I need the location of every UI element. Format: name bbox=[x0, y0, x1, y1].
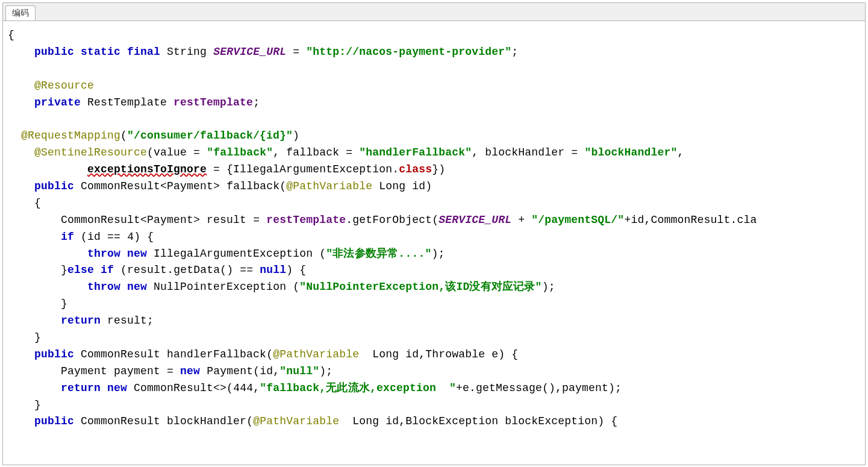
string-literal: "handlerFallback" bbox=[359, 146, 472, 158]
var: payment bbox=[562, 382, 608, 394]
keyword: return bbox=[61, 315, 101, 327]
string-literal: "非法参数异常...." bbox=[326, 248, 431, 260]
type: Payment bbox=[61, 365, 107, 377]
var: result bbox=[107, 315, 147, 327]
type: Long bbox=[372, 348, 399, 360]
type: Payment bbox=[147, 214, 193, 226]
type: CommonResult bbox=[81, 180, 160, 192]
param: blockException bbox=[505, 415, 598, 427]
annotation: @Resource bbox=[34, 80, 94, 92]
type: Payment bbox=[207, 365, 253, 377]
var: e bbox=[463, 382, 469, 394]
annotation: @PathVariable bbox=[286, 180, 372, 192]
var: id bbox=[260, 365, 273, 377]
keyword: throw bbox=[87, 248, 120, 260]
param: id bbox=[412, 180, 425, 192]
param: id bbox=[386, 415, 399, 427]
keyword: null bbox=[260, 264, 286, 276]
field: restTemplate bbox=[266, 214, 346, 226]
var: id bbox=[87, 231, 101, 243]
method: getData bbox=[173, 264, 220, 276]
annotation: @SentinelResource bbox=[34, 146, 147, 158]
attr: fallback bbox=[286, 146, 339, 158]
keyword: final bbox=[127, 46, 160, 58]
number: 4 bbox=[127, 231, 134, 243]
type: Long bbox=[352, 415, 379, 427]
type: IllegalArgumentException bbox=[233, 163, 392, 175]
type: CommonResult bbox=[81, 415, 160, 427]
string-literal: "/consumer/fallback/{id}" bbox=[127, 130, 293, 142]
field: restTemplate bbox=[173, 96, 253, 108]
field: SERVICE_URL bbox=[439, 214, 511, 226]
keyword: public bbox=[34, 46, 74, 58]
method: blockHandler bbox=[167, 415, 246, 427]
keyword: new bbox=[127, 248, 147, 260]
annotation: @PathVariable bbox=[273, 348, 359, 360]
keyword: public bbox=[34, 348, 74, 360]
type: CommonResult bbox=[81, 348, 160, 360]
type: Throwable bbox=[425, 348, 485, 360]
number: 444 bbox=[233, 382, 253, 394]
string-literal: "null" bbox=[279, 365, 319, 377]
text: cla bbox=[737, 214, 757, 226]
param: id bbox=[405, 348, 419, 360]
type: CommonResult bbox=[651, 214, 730, 226]
type: Long bbox=[379, 180, 405, 192]
param: e bbox=[492, 348, 498, 360]
string-literal: "/paymentSQL/" bbox=[531, 214, 624, 226]
keyword: public bbox=[34, 415, 74, 427]
attr-exceptions-to-ignore: exceptionsToIgnore bbox=[87, 163, 207, 175]
type: RestTemplate bbox=[87, 96, 167, 108]
keyword: new bbox=[127, 281, 147, 293]
type: NullPointerException bbox=[154, 281, 286, 293]
annotation: @RequestMapping bbox=[21, 130, 120, 142]
type: IllegalArgumentException bbox=[154, 248, 313, 260]
var: payment bbox=[114, 365, 160, 377]
type: CommonResult bbox=[134, 382, 213, 394]
keyword: public bbox=[34, 180, 74, 192]
method: fallback bbox=[226, 180, 279, 192]
code-editor[interactable]: { public static final String SERVICE_URL… bbox=[3, 21, 865, 465]
method: getForObject bbox=[352, 214, 432, 226]
var: result bbox=[207, 214, 246, 226]
string-literal: "fallback,无此流水,exception " bbox=[260, 382, 456, 394]
annotation: @PathVariable bbox=[253, 415, 339, 427]
type: String bbox=[167, 46, 207, 58]
string-literal: "fallback" bbox=[207, 146, 273, 158]
method: getMessage bbox=[476, 382, 542, 394]
code-line: { bbox=[8, 29, 14, 41]
keyword: if bbox=[101, 264, 114, 276]
keyword: throw bbox=[87, 281, 120, 293]
attr: value bbox=[154, 146, 187, 158]
field: SERVICE_URL bbox=[213, 46, 286, 58]
tab-bar: 编码 bbox=[3, 3, 865, 21]
type: BlockException bbox=[405, 415, 498, 427]
var: result bbox=[127, 264, 167, 276]
keyword: private bbox=[34, 96, 81, 108]
keyword: new bbox=[107, 382, 127, 394]
keyword: static bbox=[81, 46, 120, 58]
method: handlerFallback bbox=[167, 348, 266, 360]
string-literal: "NullPointerException,该ID没有对应记录" bbox=[299, 281, 542, 293]
keyword: return bbox=[61, 382, 101, 394]
string-literal: "http://nacos-payment-provider" bbox=[306, 46, 511, 58]
keyword: if bbox=[61, 231, 74, 243]
tab-encoding[interactable]: 编码 bbox=[5, 5, 36, 20]
string-literal: "blockHandler" bbox=[584, 146, 677, 158]
editor-window: 编码 { public static final String SERVICE_… bbox=[2, 2, 866, 465]
attr: blockHandler bbox=[485, 146, 564, 158]
type: Payment bbox=[167, 180, 213, 192]
keyword: class bbox=[399, 163, 432, 175]
type: CommonResult bbox=[61, 214, 140, 226]
keyword: else bbox=[67, 264, 94, 276]
var: id bbox=[631, 214, 644, 226]
keyword: new bbox=[180, 365, 200, 377]
